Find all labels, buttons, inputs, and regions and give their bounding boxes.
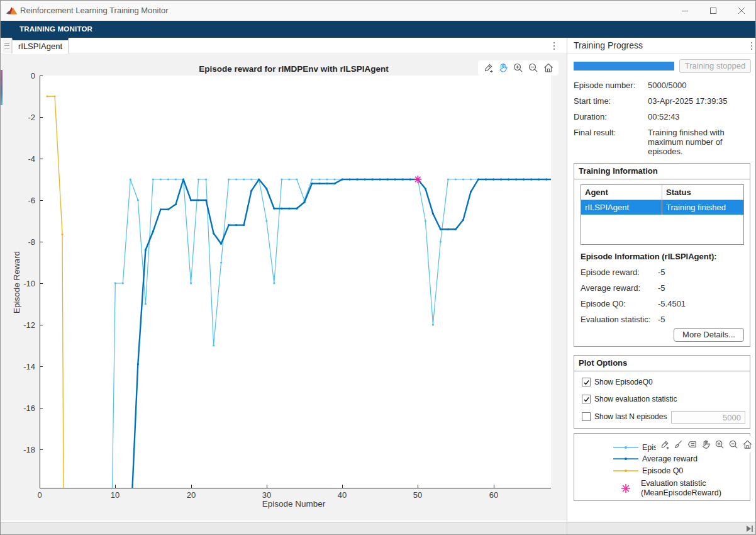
training-progress-bar <box>574 62 674 70</box>
svg-text:10: 10 <box>111 490 120 500</box>
check-icon <box>583 396 590 403</box>
training-progress-menu-button[interactable] <box>747 40 756 52</box>
close-button[interactable] <box>727 1 756 20</box>
window-title: Reinforcement Learning Training Monitor <box>20 6 169 15</box>
show-last-n-episodes-label: Show last N episodes <box>594 412 667 421</box>
episode-reward-value: -5 <box>658 268 665 277</box>
maximize-icon <box>709 7 717 14</box>
svg-text:-12: -12 <box>23 320 35 330</box>
training-information-section: Training Information Agent Status rILSPI… <box>574 163 750 347</box>
ribbon-tab-training-monitor[interactable]: TRAINING MONITOR <box>19 25 92 33</box>
svg-text:-8: -8 <box>28 237 35 247</box>
svg-text:-14: -14 <box>23 362 35 371</box>
window-titlebar: Reinforcement Learning Training Monitor <box>1 1 755 21</box>
zoom-out-icon[interactable] <box>728 439 739 450</box>
more-details-button[interactable]: More Details... <box>674 328 744 342</box>
toolstrip-ribbon: TRAINING MONITOR <box>1 21 755 38</box>
status-bar-divider <box>567 522 567 535</box>
episode-information-title: Episode Information (rILSPIAgent): <box>581 252 717 261</box>
legend-evaluation-statistic-label: Evaluation statistic (MeanEpisodeReward) <box>641 479 721 498</box>
episode-q0-value: -5.4501 <box>658 299 686 308</box>
status-cell: Training finished <box>662 200 743 215</box>
grip-icon <box>4 43 9 48</box>
show-last-n-episodes-option[interactable]: Show last N episodes <box>582 412 667 421</box>
start-time-label: Start time: <box>574 96 611 106</box>
brush-icon[interactable] <box>673 439 684 450</box>
svg-text:30: 30 <box>262 490 271 500</box>
legend-axes-toolbar <box>656 436 751 453</box>
show-last-n-episodes-checkbox[interactable] <box>582 412 591 421</box>
legend-item-average-reward: Average reward <box>574 454 698 463</box>
skip-to-end-icon[interactable] <box>745 525 754 532</box>
show-episodeq0-option[interactable]: Show EpisodeQ0 <box>582 378 653 386</box>
show-evaluation-statistic-option[interactable]: Show evaluation statistic <box>582 395 677 403</box>
evaluation-statistic-swatch <box>621 483 631 493</box>
episode-number-value: 5000/5000 <box>648 81 686 90</box>
average-reward-label: Average reward: <box>581 283 640 293</box>
check-icon <box>583 379 590 386</box>
panel-divider[interactable] <box>567 38 567 522</box>
final-result-label: Final result: <box>574 128 616 137</box>
training-stopped-button[interactable]: Training stopped <box>679 59 751 73</box>
close-icon <box>738 7 745 14</box>
svg-text:0: 0 <box>31 71 35 81</box>
evaluation-statistic-label: Evaluation statistic: <box>581 315 650 324</box>
matlab-logo-icon <box>6 4 18 17</box>
pan-icon[interactable] <box>701 439 711 450</box>
svg-text:0: 0 <box>37 490 42 500</box>
tab-rilspiagent[interactable]: rILSPIAgent <box>12 38 69 54</box>
datatip-icon[interactable] <box>687 439 698 450</box>
home-icon[interactable] <box>543 62 554 74</box>
tab-label: rILSPIAgent <box>18 42 62 51</box>
figure-panel: Episode reward for rIMDPEnv with rILSPIA… <box>1 54 567 521</box>
episode-q0-label: Episode Q0: <box>581 299 626 308</box>
agents-table: Agent Status rILSPIAgent Training finish… <box>581 184 744 245</box>
svg-text:-6: -6 <box>28 196 35 205</box>
status-bar <box>1 522 755 535</box>
home-icon[interactable] <box>742 439 753 450</box>
chart-plot-area[interactable]: 01020304050600-2-4-6-8-10-12-14-16-18 <box>1 54 567 521</box>
minimize-icon <box>681 7 689 14</box>
plot-options-section: Plot Options Show EpisodeQ0 Show evaluat… <box>574 355 750 429</box>
training-information-title: Training Information <box>574 164 750 179</box>
svg-text:-10: -10 <box>23 279 35 288</box>
legend-item-evaluation-statistic: Evaluation statistic (MeanEpisodeReward) <box>574 479 721 498</box>
svg-text:20: 20 <box>187 490 196 500</box>
axes-toolbar <box>478 60 559 76</box>
start-time-value: 03-Apr-2025 17:39:35 <box>648 96 727 106</box>
export-icon[interactable] <box>482 62 494 74</box>
export-icon[interactable] <box>659 439 670 450</box>
duration-value: 00:52:43 <box>648 112 680 121</box>
status-column-header: Status <box>662 185 743 200</box>
training-progress-fill <box>574 62 674 70</box>
show-evaluation-statistic-label: Show evaluation statistic <box>594 395 677 403</box>
training-progress-header: Training Progress <box>568 38 755 54</box>
legend-episode-q0-label: Episode Q0 <box>642 466 683 475</box>
minimize-button[interactable] <box>670 1 699 20</box>
pan-icon[interactable] <box>498 62 509 74</box>
svg-text:-2: -2 <box>28 113 35 122</box>
agent-row[interactable]: rILSPIAgent Training finished <box>581 200 743 215</box>
legend-section: Episode reward Average reward Episode Q0 <box>574 433 750 501</box>
svg-text:-16: -16 <box>23 403 35 413</box>
last-n-episodes-input[interactable] <box>671 411 745 424</box>
legend-average-reward-label: Average reward <box>642 454 698 463</box>
plot-options-title: Plot Options <box>574 356 750 371</box>
zoom-in-icon[interactable] <box>513 62 524 74</box>
svg-text:-4: -4 <box>28 154 35 164</box>
show-evaluation-statistic-checkbox[interactable] <box>582 395 591 403</box>
duration-label: Duration: <box>574 112 607 121</box>
svg-text:60: 60 <box>489 490 498 500</box>
show-episodeq0-label: Show EpisodeQ0 <box>594 378 653 386</box>
document-menu-button[interactable] <box>549 40 559 52</box>
panel-grip[interactable] <box>3 38 12 54</box>
show-episodeq0-checkbox[interactable] <box>582 378 591 386</box>
maximize-button[interactable] <box>699 1 728 20</box>
legend-item-episode-q0: Episode Q0 <box>574 466 683 475</box>
final-result-value: Training finished with maximum number of… <box>648 128 748 156</box>
svg-text:-18: -18 <box>23 445 35 454</box>
zoom-in-icon[interactable] <box>714 439 725 450</box>
collapsed-panel-sliver <box>1 70 3 105</box>
agent-cell: rILSPIAgent <box>581 200 662 215</box>
zoom-out-icon[interactable] <box>528 62 539 74</box>
